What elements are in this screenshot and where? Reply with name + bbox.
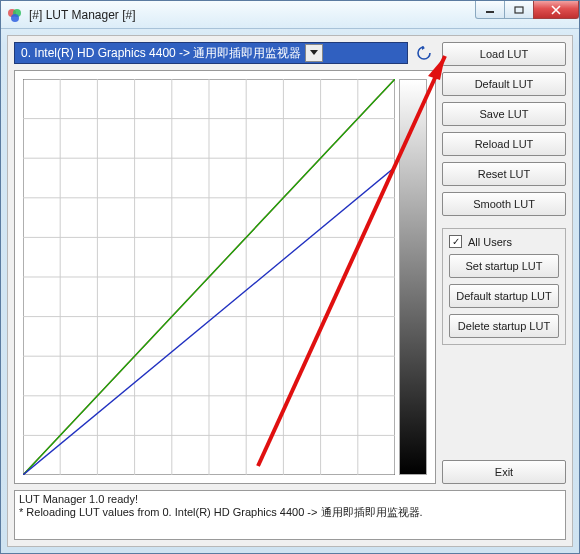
app-icon <box>7 7 23 23</box>
set-startup-button[interactable]: Set startup LUT <box>449 254 559 278</box>
titlebar[interactable]: [#] LUT Manager [#] <box>1 1 579 29</box>
load-lut-button[interactable]: Load LUT <box>442 42 566 66</box>
window-title: [#] LUT Manager [#] <box>29 8 476 22</box>
default-startup-button[interactable]: Default startup LUT <box>449 284 559 308</box>
app-window: [#] LUT Manager [#] 0. Intel(R) HD Graph… <box>0 0 580 554</box>
window-controls <box>476 1 579 28</box>
lut-chart <box>23 79 395 475</box>
svg-point-2 <box>11 14 19 22</box>
checkbox-icon: ✓ <box>449 235 462 248</box>
exit-button[interactable]: Exit <box>442 460 566 484</box>
chevron-down-icon <box>305 44 323 62</box>
client-area: 0. Intel(R) HD Graphics 4400 -> 通用即插即用监视… <box>7 35 573 547</box>
all-users-label: All Users <box>468 236 512 248</box>
reload-lut-button[interactable]: Reload LUT <box>442 132 566 156</box>
reset-lut-button[interactable]: Reset LUT <box>442 162 566 186</box>
all-users-checkbox[interactable]: ✓ All Users <box>449 235 559 248</box>
log-output: LUT Manager 1.0 ready! * Reloading LUT v… <box>14 490 566 540</box>
device-dropdown[interactable]: 0. Intel(R) HD Graphics 4400 -> 通用即插即用监视… <box>14 42 408 64</box>
svg-rect-3 <box>486 11 494 13</box>
default-lut-button[interactable]: Default LUT <box>442 72 566 96</box>
save-lut-button[interactable]: Save LUT <box>442 102 566 126</box>
minimize-button[interactable] <box>475 1 505 19</box>
refresh-button[interactable] <box>412 42 436 64</box>
device-selected: 0. Intel(R) HD Graphics 4400 -> 通用即插即用监视… <box>21 45 301 62</box>
maximize-button[interactable] <box>504 1 534 19</box>
delete-startup-button[interactable]: Delete startup LUT <box>449 314 559 338</box>
startup-group: ✓ All Users Set startup LUT Default star… <box>442 228 566 345</box>
close-button[interactable] <box>533 1 579 19</box>
lut-chart-frame <box>14 70 436 484</box>
gradient-bar <box>399 79 427 475</box>
smooth-lut-button[interactable]: Smooth LUT <box>442 192 566 216</box>
svg-rect-4 <box>515 7 523 13</box>
